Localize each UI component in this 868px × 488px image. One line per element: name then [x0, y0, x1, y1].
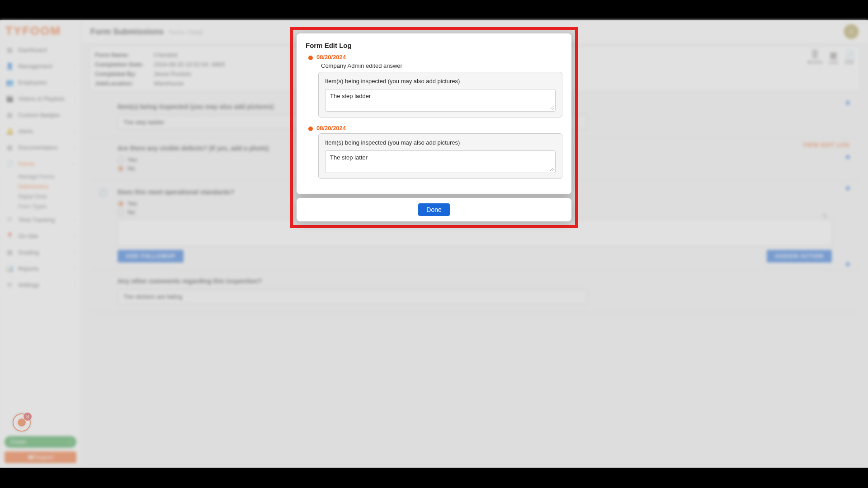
- timeline-field-label: Item(s) being inspected (you may also ad…: [325, 139, 556, 146]
- modal-title: Form Edit Log: [306, 42, 562, 49]
- timeline-field-box: Item(s) being inspected (you may also ad…: [318, 133, 562, 179]
- edit-timeline: 08/20/2024 Company Admin edited answer I…: [306, 54, 562, 179]
- timeline-entry: 08/20/2024 Item(s) being inspected (you …: [307, 125, 562, 179]
- timeline-field-label: Item(s) being inspected (you may also ad…: [325, 78, 556, 84]
- timeline-field-value: The step ladder: [325, 89, 556, 112]
- timeline-date: 08/20/2024: [316, 54, 562, 61]
- timeline-entry: 08/20/2024 Company Admin edited answer I…: [307, 54, 562, 117]
- timeline-field-box: Item(s) being inspected (you may also ad…: [318, 72, 562, 117]
- annotation-highlight: Form Edit Log 08/20/2024 Company Admin e…: [290, 27, 578, 228]
- timeline-field-value: The step latter: [325, 150, 556, 173]
- done-button[interactable]: Done: [418, 203, 449, 216]
- timeline-dot-icon: [308, 127, 313, 131]
- timeline-dot-icon: [308, 56, 313, 60]
- modal-overlay: Form Edit Log 08/20/2024 Company Admin e…: [0, 20, 868, 468]
- form-edit-log-modal: Form Edit Log 08/20/2024 Company Admin e…: [297, 33, 571, 221]
- timeline-date: 08/20/2024: [316, 125, 562, 131]
- timeline-desc: Company Admin edited answer: [316, 62, 562, 69]
